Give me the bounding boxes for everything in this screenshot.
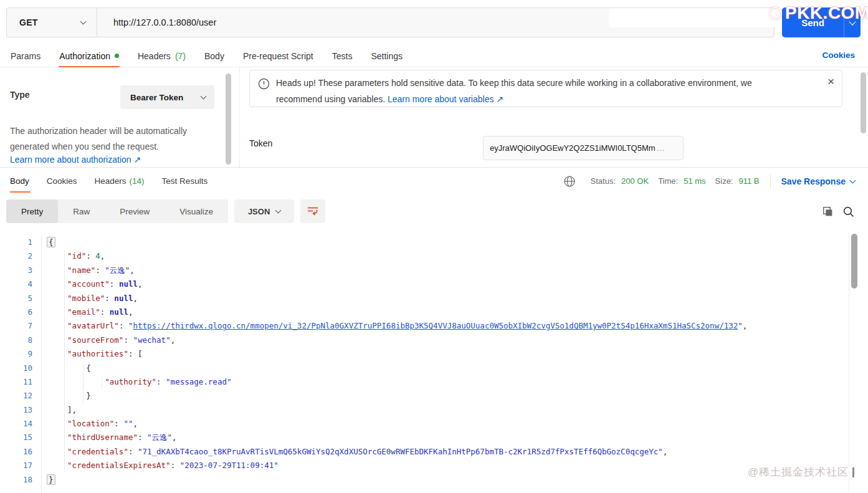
time-value: 51 ms — [684, 176, 705, 186]
json-token: , — [138, 279, 143, 289]
indent-guide — [49, 375, 65, 389]
auth-type-value: Bearer Token — [130, 93, 183, 102]
code-scrollbar-thumb[interactable] — [851, 234, 857, 289]
response-body-actions — [822, 206, 854, 218]
code-line: "email": null, — [49, 305, 849, 319]
json-token: null — [119, 279, 138, 289]
view-mode-tabs: PrettyRawPreviewVisualize — [6, 199, 228, 223]
auth-type-dropdown[interactable]: Bearer Token — [120, 85, 214, 109]
token-label: Token — [249, 138, 272, 148]
response-body-json: 123456789101112131415161718 {"id": 4,"na… — [0, 232, 868, 493]
line-number: 9 — [0, 347, 36, 361]
line-number: 10 — [0, 361, 36, 375]
cookies-link[interactable]: Cookies — [822, 50, 855, 60]
json-token: , — [743, 321, 748, 330]
code-line: "credentialsExpiresAt": "2023-07-29T11:0… — [49, 459, 849, 472]
json-token: "authority" — [105, 377, 156, 386]
indent-guide — [49, 417, 65, 431]
json-token: : — [123, 335, 133, 345]
sensitive-data-warning: Heads up! These parameters hold sensitiv… — [249, 70, 842, 107]
beautify-button[interactable] — [300, 199, 325, 223]
copy-icon[interactable] — [822, 206, 834, 218]
size-value: 911 B — [738, 176, 759, 186]
line-number: 6 — [0, 305, 36, 319]
line-number: 8 — [0, 333, 36, 347]
indent-guide — [49, 347, 65, 361]
json-token: : — [86, 251, 95, 261]
response-tab-body[interactable]: Body — [10, 168, 38, 194]
authorization-panel: Type Bearer Token The authorization head… — [0, 67, 239, 167]
code-lines: {"id": 4,"name": "云逸","account": null,"m… — [49, 236, 849, 487]
code-line: "location": "", — [49, 417, 849, 431]
tab-tests[interactable]: Tests — [323, 45, 362, 67]
line-number: 12 — [0, 389, 36, 403]
json-token: "id" — [67, 251, 86, 261]
code-line: "avatarUrl": "https://thirdwx.qlogo.cn/m… — [49, 319, 849, 333]
learn-more-variables-link[interactable]: Learn more about variables ↗ — [388, 94, 503, 104]
code-line: "account": null, — [49, 277, 849, 291]
json-token: null — [114, 294, 133, 303]
tab-authorization[interactable]: Authorization — [50, 45, 128, 67]
chevron-down-icon — [850, 177, 856, 183]
send-options-caret[interactable] — [844, 7, 861, 37]
auth-panel-scrollbar[interactable] — [226, 74, 231, 165]
view-tab-preview[interactable]: Preview — [105, 199, 165, 223]
save-response-button[interactable]: Save Response — [781, 176, 856, 186]
tab-headers[interactable]: Headers(7) — [128, 45, 195, 67]
json-token: ], — [67, 405, 77, 414]
json-url-link[interactable]: https://thirdwx.qlogo.cn/mmopen/vi_32/Pp… — [133, 321, 738, 330]
json-token: "sourceFrom" — [67, 335, 123, 345]
code-line: "authority": "message.read" — [49, 375, 849, 389]
indent-guide — [49, 333, 65, 347]
request-tabs: ParamsAuthorizationHeaders(7)BodyPre-req… — [0, 45, 868, 67]
tab-body[interactable]: Body — [195, 45, 234, 67]
json-token: , — [171, 335, 176, 345]
tab-settings[interactable]: Settings — [361, 45, 412, 67]
json-token: "thirdUsername" — [67, 433, 138, 442]
json-token: "2023-07-29T11:09:41" — [180, 461, 279, 470]
code-line: "mobile": null, — [49, 292, 849, 305]
gutter-border — [41, 234, 42, 493]
divider — [770, 175, 771, 188]
line-number: 15 — [0, 431, 36, 444]
send-button[interactable]: Send — [782, 7, 861, 37]
request-panel-scrollbar[interactable] — [861, 72, 866, 133]
indent-guide — [49, 389, 65, 403]
line-number: 1 — [0, 236, 36, 249]
response-tab-test-results[interactable]: Test Results — [153, 168, 217, 194]
json-token: : — [95, 266, 105, 275]
indent-guide — [49, 264, 65, 277]
view-tab-pretty[interactable]: Pretty — [6, 199, 58, 223]
json-token: : [ — [128, 349, 143, 358]
json-token: 4 — [95, 251, 100, 261]
token-input[interactable]: eyJraWQiOiIyOGEwY2Q2ZS1iMWI0LTQ5Mm … — [483, 136, 684, 160]
line-number: 4 — [0, 277, 36, 291]
code-gutter: 123456789101112131415161718 — [0, 236, 36, 487]
indent-guide — [49, 319, 65, 333]
method-dropdown[interactable]: GET — [6, 7, 97, 37]
warning-text: Heads up! These parameters hold sensitiv… — [276, 75, 752, 107]
json-token: "account" — [67, 279, 110, 289]
code-line: "authorities": [ — [49, 347, 849, 361]
indent-guide — [67, 375, 83, 389]
tab-pre-request-script[interactable]: Pre-request Script — [234, 45, 323, 67]
response-tab-headers[interactable]: Headers(14) — [86, 168, 153, 194]
info-icon — [258, 78, 270, 92]
learn-more-authorization-link[interactable]: Learn more about authorization ↗ — [10, 155, 141, 165]
json-token: { — [47, 237, 55, 247]
json-token: : — [138, 433, 147, 442]
view-tab-visualize[interactable]: Visualize — [165, 199, 228, 223]
line-number: 7 — [0, 319, 36, 333]
search-icon[interactable] — [842, 206, 854, 218]
view-tab-raw[interactable]: Raw — [58, 199, 105, 223]
json-token: "" — [123, 419, 133, 428]
tab-params[interactable]: Params — [1, 45, 50, 67]
close-icon[interactable]: × — [827, 75, 834, 87]
send-label[interactable]: Send — [782, 7, 844, 37]
method-label: GET — [19, 17, 38, 27]
format-dropdown[interactable]: JSON — [234, 199, 294, 223]
response-tab-cookies[interactable]: Cookies — [38, 168, 86, 194]
json-token: , — [172, 433, 177, 442]
json-token: "mobile" — [67, 294, 105, 303]
line-number: 2 — [0, 249, 36, 263]
